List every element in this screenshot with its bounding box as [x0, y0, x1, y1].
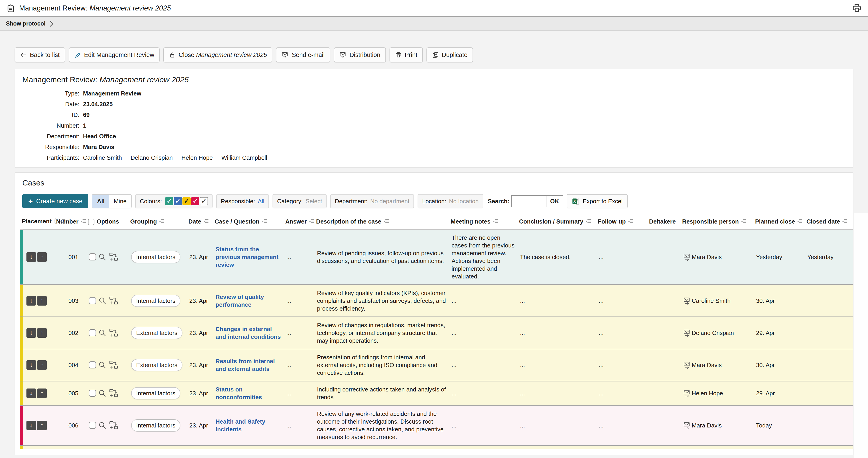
move-up-button[interactable]: ↑ [37, 389, 47, 398]
col-follow-up[interactable]: Follow-up [596, 214, 647, 229]
scope-mine-tab[interactable]: Mine [109, 195, 131, 208]
filter-icon[interactable] [203, 218, 209, 225]
move-down-button[interactable]: ↓ [27, 389, 36, 398]
filter-icon[interactable] [628, 218, 633, 225]
filter-icon[interactable] [741, 218, 747, 225]
magnifier-icon[interactable] [98, 421, 106, 429]
mail-forward-icon[interactable] [683, 329, 691, 337]
create-subcase-icon[interactable] [109, 296, 118, 305]
col-closed-date[interactable]: Closed date [805, 214, 854, 229]
case-description: Review of pending issues, follow-up on p… [314, 229, 449, 285]
row-checkbox[interactable] [89, 253, 96, 260]
mail-forward-icon[interactable] [683, 361, 691, 369]
responsible-cell: Mara Davis [680, 405, 753, 445]
print-page-icon[interactable] [852, 3, 862, 13]
move-up-button[interactable]: ↑ [37, 252, 47, 262]
case-link[interactable]: Review of quality performance [216, 293, 264, 308]
row-checkbox[interactable] [89, 361, 96, 368]
location-filter-value[interactable]: No location [449, 198, 479, 205]
case-link[interactable]: Results from internal and external audit… [216, 358, 275, 372]
move-down-button[interactable]: ↓ [27, 360, 36, 370]
filter-icon[interactable] [159, 218, 165, 225]
row-checkbox[interactable] [89, 422, 96, 429]
duplicate-button[interactable]: Duplicate [427, 47, 473, 62]
case-link[interactable]: Health and Safety Incidents [216, 418, 265, 433]
colour-checkbox-blue[interactable]: ✓ [174, 197, 182, 205]
magnifier-icon[interactable] [98, 297, 106, 305]
create-subcase-icon[interactable] [109, 421, 118, 430]
create-subcase-icon[interactable] [109, 252, 118, 262]
magnifier-icon[interactable] [98, 389, 106, 397]
create-subcase-icon[interactable] [109, 360, 118, 370]
sort-icon[interactable] [53, 219, 58, 225]
back-to-list-button[interactable]: Back to list [14, 47, 65, 62]
category-filter-value[interactable]: Select [306, 198, 322, 205]
search-input[interactable] [512, 196, 546, 207]
magnifier-icon[interactable] [98, 361, 106, 369]
col-meeting-notes[interactable]: Meeting notes [449, 214, 517, 229]
placement-cell: ↓↑ [20, 229, 54, 285]
show-protocol-toggle[interactable]: Show protocol [0, 17, 868, 31]
responsible-filter-value[interactable]: All [258, 198, 264, 205]
col-placement[interactable]: Placement [20, 214, 54, 229]
colour-checkbox-yellow[interactable]: ✓ [182, 197, 191, 205]
col-description[interactable]: Description of the case [314, 214, 449, 229]
create-subcase-icon[interactable] [109, 389, 118, 398]
mail-forward-icon[interactable] [683, 422, 691, 429]
magnifier-icon[interactable] [98, 329, 106, 337]
filter-icon[interactable] [492, 218, 498, 225]
search-ok-button[interactable]: OK [546, 196, 563, 207]
scope-all-tab[interactable]: All [92, 195, 109, 208]
col-case-question[interactable]: Case / Question [213, 214, 283, 229]
distribution-button[interactable]: Distribution [334, 47, 386, 62]
export-to-excel-button[interactable]: X Export to Excel [567, 194, 628, 208]
col-responsible-person[interactable]: Responsible person [680, 214, 753, 229]
colour-checkbox-green[interactable]: ✓ [165, 197, 173, 205]
move-up-button[interactable]: ↑ [37, 296, 47, 305]
case-link[interactable]: Status from the previous management revi… [216, 246, 278, 268]
filter-icon[interactable] [797, 218, 803, 225]
create-new-case-button[interactable]: + Create new case [22, 194, 88, 208]
col-conclusion[interactable]: Conclusion / Summary [517, 214, 596, 229]
create-subcase-icon[interactable] [109, 328, 118, 338]
mail-forward-icon[interactable] [683, 389, 691, 397]
filter-icon[interactable] [261, 218, 267, 225]
meeting-notes-cell: ... [449, 285, 517, 317]
filter-icon[interactable] [80, 218, 86, 225]
move-up-button[interactable]: ↑ [37, 328, 47, 338]
colour-checkbox-red[interactable]: ✓ [191, 197, 199, 205]
row-checkbox[interactable] [89, 329, 96, 336]
move-down-button[interactable]: ↓ [27, 328, 36, 338]
mail-forward-icon[interactable] [683, 253, 691, 261]
filter-icon[interactable] [585, 218, 591, 225]
case-link[interactable]: Status on nonconformities [216, 386, 262, 400]
send-email-button[interactable]: Send e-mail [276, 47, 330, 62]
move-up-button[interactable]: ↑ [37, 421, 47, 430]
col-answer[interactable]: Answer [283, 214, 314, 229]
col-date[interactable]: Date [187, 214, 213, 229]
row-checkbox[interactable] [89, 297, 96, 304]
move-down-button[interactable]: ↓ [27, 421, 36, 430]
department-filter-value[interactable]: No department [370, 198, 409, 205]
col-number[interactable]: Number [54, 214, 86, 229]
filter-icon[interactable] [842, 218, 848, 225]
scrollbar-gutter[interactable] [854, 213, 868, 458]
filter-icon[interactable] [383, 218, 389, 225]
magnifier-icon[interactable] [98, 253, 106, 261]
colour-checkbox-white[interactable]: ✓ [200, 197, 208, 205]
cases-heading: Cases [22, 178, 846, 187]
edit-management-review-button[interactable]: Edit Management Review [69, 47, 160, 62]
col-grouping[interactable]: Grouping [128, 214, 187, 229]
row-checkbox[interactable] [89, 390, 96, 397]
select-all-checkbox[interactable] [88, 219, 94, 225]
move-down-button[interactable]: ↓ [27, 252, 36, 262]
mail-forward-icon[interactable] [683, 297, 691, 305]
case-link[interactable]: Changes in external and internal conditi… [216, 326, 281, 340]
print-button[interactable]: Print [390, 47, 423, 62]
move-down-button[interactable]: ↓ [27, 296, 36, 305]
filter-icon[interactable] [309, 218, 314, 225]
move-up-button[interactable]: ↑ [37, 360, 47, 370]
close-review-button[interactable]: Close Management review 2025 [163, 47, 272, 62]
col-planned-close[interactable]: Planned close [753, 214, 805, 229]
filter-icon[interactable] [60, 218, 66, 225]
